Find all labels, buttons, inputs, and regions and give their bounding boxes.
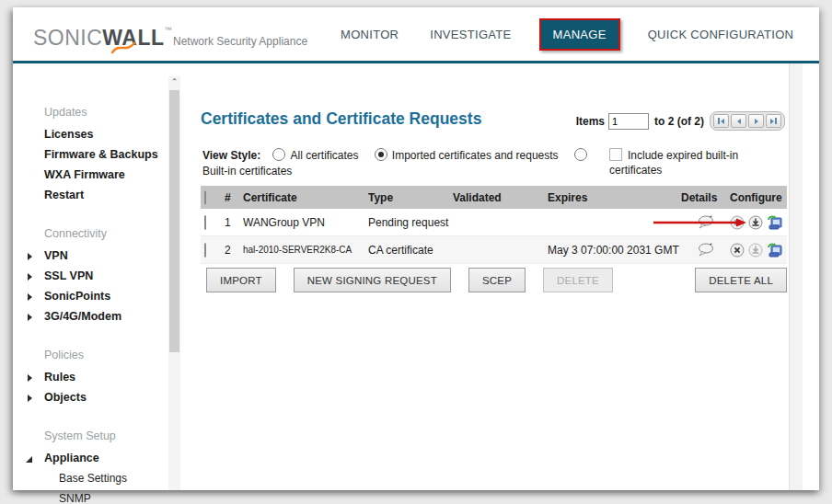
last-page-icon[interactable]	[766, 114, 781, 128]
radio-selected-icon[interactable]	[375, 148, 387, 161]
sidebar-item-label: SSL VPN	[44, 269, 93, 282]
collapsed-arrow-icon	[28, 273, 32, 281]
col-num: #	[225, 191, 243, 204]
row-checkbox[interactable]	[204, 243, 206, 258]
sidebar-item-label: Rules	[44, 371, 75, 384]
select-all-checkbox[interactable]	[204, 190, 206, 205]
sidebar-nav: Updates Licenses Firmware & Backups WXA …	[13, 63, 184, 490]
col-certificate: Certificate	[243, 191, 368, 204]
cell-expires: May 3 07:00:00 2031 GMT	[548, 244, 681, 257]
sidebar-section-connectivity: Connectivity	[44, 227, 184, 240]
items-label: Items	[576, 115, 605, 128]
sidebar-item-3g4g-modem[interactable]: 3G/4G/Modem	[13, 306, 184, 326]
x-circle-icon[interactable]	[730, 215, 745, 230]
sidebar-item-rules[interactable]: Rules	[13, 367, 184, 387]
delete-button[interactable]: DELETE	[543, 268, 613, 292]
radio-label: Built-in certificates	[202, 165, 292, 178]
sidebar-item-restart[interactable]: Restart	[13, 185, 184, 205]
sidebar-scrollbar-thumb[interactable]	[169, 90, 179, 352]
collapsed-arrow-icon	[28, 395, 32, 402]
pager-buttons	[710, 111, 785, 131]
radio-imported-certificates[interactable]: Imported certificates and requests	[375, 149, 559, 162]
first-page-icon[interactable]	[713, 114, 729, 128]
sidebar-item-base-settings[interactable]: Base Settings	[13, 468, 184, 488]
sidebar-item-snmp[interactable]: SNMP	[13, 488, 184, 504]
prev-page-icon[interactable]	[731, 114, 746, 128]
logo-text-sonic: SONIC	[33, 26, 102, 50]
radio-label: Imported certificates and requests	[392, 149, 559, 162]
radio-label: All certificates	[290, 149, 358, 162]
sonicwall-logo: SONICWALL™	[33, 26, 172, 51]
sidebar-section-policies: Policies	[44, 349, 184, 361]
sidebar-item-appliance[interactable]: Appliance	[13, 448, 184, 468]
row-checkbox[interactable]	[204, 215, 206, 230]
next-page-icon[interactable]	[748, 114, 764, 128]
scep-button[interactable]: SCEP	[468, 268, 526, 292]
nav-quick-configuration[interactable]: QUICK CONFIGURATION	[644, 20, 798, 49]
import-computer-icon[interactable]	[767, 214, 783, 230]
table-row: 1 WANGroup VPN Pending request	[201, 209, 787, 236]
sidebar-item-label: VPN	[44, 249, 68, 262]
col-type: Type	[368, 191, 453, 204]
sidebar-item-label: 3G/4G/Modem	[44, 310, 121, 323]
sidebar-item-wxa-firmware[interactable]: WXA Firmware	[13, 165, 184, 185]
cell-num: 1	[225, 216, 243, 229]
comment-balloon-icon[interactable]	[697, 215, 714, 229]
sidebar-scrollbar[interactable]: ⌃	[168, 76, 180, 490]
cell-certificate: WANGroup VPN	[243, 216, 368, 229]
radio-icon[interactable]	[574, 148, 587, 161]
radio-icon[interactable]	[272, 148, 285, 161]
logo-trademark: ™	[165, 26, 173, 34]
col-validated: Validated	[453, 191, 548, 204]
action-buttons-row: IMPORT NEW SIGNING REQUEST SCEP DELETE D…	[206, 268, 787, 292]
sidebar-item-label: Objects	[44, 391, 87, 404]
table-header-row: # Certificate Type Validated Expires Det…	[201, 186, 787, 209]
collapsed-arrow-icon	[28, 314, 32, 321]
nav-monitor[interactable]: MONITOR	[337, 20, 402, 49]
sidebar-item-label: SonicPoints	[44, 290, 110, 303]
main-content: Certificates and Certificate Requests It…	[201, 63, 787, 490]
collapsed-arrow-icon	[28, 374, 32, 382]
main-scrollbar[interactable]	[789, 63, 803, 490]
delete-all-button[interactable]: DELETE ALL	[695, 268, 787, 292]
import-computer-icon[interactable]	[767, 242, 783, 258]
items-range-text: to 2 (of 2)	[654, 115, 704, 128]
include-expired-checkbox-row[interactable]: Include expired built-in certificates	[609, 148, 780, 178]
scroll-up-arrow-icon[interactable]: ⌃	[168, 76, 180, 89]
certificates-table: # Certificate Type Validated Expires Det…	[201, 186, 787, 264]
checkbox-icon[interactable]	[609, 148, 622, 161]
col-configure: Configure	[730, 191, 787, 204]
sidebar-item-licenses[interactable]: Licenses	[13, 124, 184, 144]
items-start-input[interactable]	[608, 113, 649, 130]
app-header: SONICWALL™ Network Security Appliance MO…	[13, 7, 819, 61]
sidebar-item-ssl-vpn[interactable]: SSL VPN	[13, 266, 184, 286]
download-circle-icon[interactable]	[748, 215, 763, 230]
col-expires: Expires	[548, 191, 681, 204]
x-circle-icon[interactable]	[730, 243, 745, 258]
col-details: Details	[681, 191, 730, 204]
sidebar-item-vpn[interactable]: VPN	[13, 246, 184, 266]
nav-investigate[interactable]: INVESTIGATE	[426, 20, 514, 49]
sidebar-section-updates: Updates	[44, 106, 184, 119]
nav-manage[interactable]: MANAGE	[539, 18, 620, 51]
comment-balloon-icon[interactable]	[697, 243, 714, 257]
collapsed-arrow-icon	[28, 293, 32, 301]
table-row: 2 hal-2010-SERVER2K8-CA CA certificate M…	[201, 236, 787, 264]
cell-type: CA certificate	[368, 244, 453, 257]
appliance-subtitle: Network Security Appliance	[173, 35, 307, 48]
cell-certificate: hal-2010-SERVER2K8-CA	[243, 245, 368, 255]
sidebar-item-sonicpoints[interactable]: SonicPoints	[13, 286, 184, 306]
app-window: SONICWALL™ Network Security Appliance MO…	[13, 7, 819, 490]
radio-all-certificates[interactable]: All certificates	[272, 149, 358, 162]
download-circle-icon[interactable]	[748, 243, 763, 258]
sidebar-section-system-setup: System Setup	[44, 430, 184, 442]
collapsed-arrow-icon	[28, 253, 32, 260]
sidebar-item-firmware-backups[interactable]: Firmware & Backups	[13, 144, 184, 165]
cell-num: 2	[225, 244, 243, 257]
import-button[interactable]: IMPORT	[206, 268, 276, 292]
top-nav: MONITOR INVESTIGATE MANAGE QUICK CONFIGU…	[337, 7, 797, 61]
sidebar-item-objects[interactable]: Objects	[13, 387, 184, 407]
expanded-arrow-icon	[26, 456, 32, 463]
sidebar-item-label: Appliance	[44, 452, 99, 464]
new-signing-request-button[interactable]: NEW SIGNING REQUEST	[294, 268, 451, 292]
